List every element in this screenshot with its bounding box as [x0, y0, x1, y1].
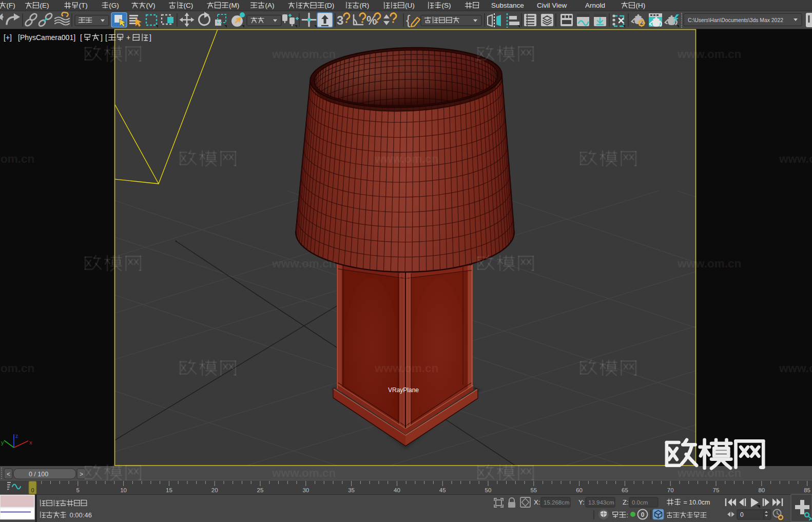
svg-text:www.om.cn: www.om.cn [677, 257, 741, 270]
svg-text:25: 25 [257, 487, 264, 493]
svg-text:(V): (V) [146, 2, 156, 9]
svg-text:70: 70 [667, 487, 674, 493]
svg-text:(G): (G) [109, 2, 119, 9]
svg-text:(M): (M) [229, 2, 239, 9]
svg-text:30: 30 [302, 487, 309, 493]
svg-text:C:\Users\Han\Documents\3ds Max: C:\Users\Han\Documents\3ds Max 2022 [688, 17, 783, 23]
svg-text:75: 75 [713, 487, 720, 493]
svg-text:www.om.cn: www.om.cn [779, 152, 812, 165]
svg-text:0.0cm: 0.0cm [632, 499, 648, 506]
svg-text:(E): (E) [40, 2, 49, 9]
svg-text:+: + [126, 33, 130, 42]
svg-text:5: 5 [76, 487, 80, 493]
svg-text:www.om.cn: www.om.cn [677, 48, 741, 61]
svg-text:www.om.cn: www.om.cn [0, 362, 34, 375]
svg-text:y: y [1, 439, 4, 446]
svg-text:0: 0 [740, 511, 744, 518]
svg-text:www.om.cn: www.om.cn [779, 362, 812, 375]
svg-text:0:00:46: 0:00:46 [70, 511, 92, 519]
svg-text:www.om.cn: www.om.cn [0, 152, 34, 165]
svg-text:(A): (A) [265, 2, 275, 9]
svg-text:13.943cm: 13.943cm [588, 499, 614, 506]
svg-text:35: 35 [348, 487, 355, 493]
svg-text:45: 45 [439, 487, 446, 493]
svg-text:VRayPlane: VRayPlane [388, 386, 419, 394]
svg-text:(F): (F) [7, 2, 15, 9]
svg-text:10: 10 [120, 487, 127, 493]
svg-text:20: 20 [211, 487, 218, 493]
svg-text:0: 0 [641, 511, 645, 518]
svg-text:Substance: Substance [491, 2, 524, 9]
svg-text:www.om.cn: www.om.cn [272, 467, 336, 479]
svg-text:www.om.cn: www.om.cn [374, 152, 438, 165]
svg-text:>: > [80, 471, 83, 478]
svg-text:15.268cm: 15.268cm [544, 499, 570, 506]
svg-text:60: 60 [576, 487, 583, 493]
svg-text:65: 65 [622, 487, 628, 493]
svg-text:{: { [406, 12, 411, 28]
svg-text:Y:: Y: [578, 498, 585, 506]
svg-text:www.om.cn: www.om.cn [272, 48, 336, 61]
svg-text:]: ] [101, 33, 103, 42]
svg-text:[PhysCamera001]: [PhysCamera001] [18, 33, 75, 42]
svg-text:0 / 100: 0 / 100 [29, 471, 48, 478]
svg-text::: : [627, 511, 629, 519]
svg-text:z: z [15, 433, 18, 439]
svg-text:<: < [7, 471, 10, 478]
svg-text:X:: X: [534, 498, 540, 506]
svg-text:www.om.cn: www.om.cn [272, 257, 336, 270]
svg-text:(T): (T) [79, 2, 88, 9]
svg-text:Z:: Z: [623, 498, 629, 506]
svg-text:]: ] [149, 33, 151, 42]
svg-text:(C): (C) [184, 2, 194, 9]
svg-text:www.om.cn: www.om.cn [374, 362, 438, 375]
svg-text:[: [ [80, 33, 82, 42]
svg-text:80: 80 [758, 487, 765, 493]
svg-text:(S): (S) [442, 2, 451, 9]
svg-text:[: [ [105, 33, 107, 42]
svg-text:[+]: [+] [4, 33, 12, 42]
svg-text:55: 55 [530, 487, 537, 493]
svg-text:3: 3 [337, 13, 343, 27]
svg-text:(R): (R) [360, 2, 370, 9]
svg-text:(H): (H) [636, 2, 646, 9]
svg-text:0: 0 [31, 487, 34, 493]
svg-text:= 10.0cm: = 10.0cm [684, 499, 710, 506]
svg-text:Civil View: Civil View [537, 2, 567, 9]
svg-text:40: 40 [394, 487, 400, 493]
svg-text:x: x [29, 439, 32, 446]
svg-text:Arnold: Arnold [585, 2, 605, 9]
svg-text:(D): (D) [325, 2, 335, 9]
svg-text:15: 15 [166, 487, 172, 493]
svg-text:85: 85 [804, 487, 810, 493]
svg-text:(U): (U) [405, 2, 415, 9]
svg-text:50: 50 [485, 487, 492, 493]
